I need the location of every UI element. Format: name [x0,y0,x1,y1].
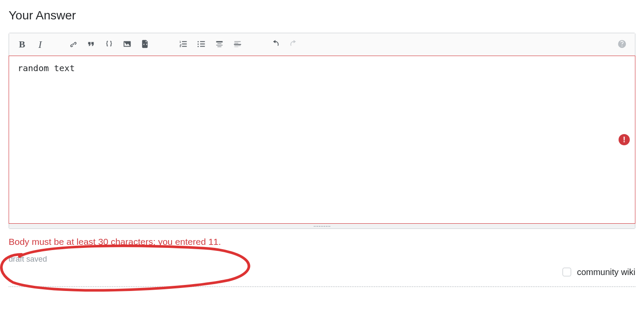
bold-button[interactable]: B [13,36,31,53]
unordered-list-icon [197,39,206,50]
section-divider [9,286,635,287]
page-title: Your Answer [9,9,635,22]
community-wiki-label: community wiki [577,267,635,277]
draft-status: draft saved [9,255,635,264]
file-code-icon [141,39,150,50]
undo-button[interactable] [267,36,284,53]
image-button[interactable] [119,36,136,53]
help-button[interactable] [613,36,631,53]
resize-grippie[interactable] [9,223,635,228]
horizontal-rule-icon [233,39,242,50]
undo-icon [271,39,280,50]
community-wiki-option[interactable]: community wiki [561,266,635,278]
error-badge-icon: ! [623,135,625,144]
unordered-list-button[interactable] [193,36,210,53]
answer-editor: B I [9,33,635,229]
image-icon [122,39,132,50]
help-icon [617,39,627,50]
answer-textarea[interactable] [9,56,635,224]
heading-icon [215,39,224,50]
redo-icon [289,39,298,50]
editor-footer: community wiki [9,266,635,278]
quote-icon [86,39,96,50]
ordered-list-icon [178,39,188,50]
editor-toolbar: B I [9,33,635,56]
validation-message: Body must be at least 30 characters; you… [9,237,635,247]
redo-button[interactable] [285,36,302,53]
italic-button[interactable]: I [31,36,49,53]
quote-button[interactable] [82,36,100,53]
editor-body-wrap: ! [9,56,635,224]
heading-button[interactable] [211,36,228,53]
snippet-button[interactable] [137,36,154,53]
community-wiki-checkbox[interactable] [563,268,571,276]
link-icon [68,39,78,50]
link-button[interactable] [64,36,81,53]
horizontal-rule-button[interactable] [229,36,246,53]
error-badge: ! [619,134,630,145]
grippie-dots-icon [313,225,331,227]
ordered-list-button[interactable] [175,36,192,53]
code-button[interactable] [100,36,118,53]
code-braces-icon [104,39,114,50]
